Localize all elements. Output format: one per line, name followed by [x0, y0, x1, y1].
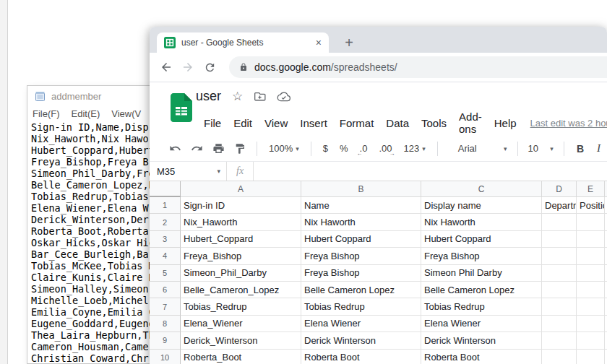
sheet-cell[interactable]: Simeon Phil Darby	[421, 265, 542, 282]
sheet-cell[interactable]	[542, 282, 577, 298]
print-button[interactable]	[212, 142, 225, 155]
tab-close-icon[interactable]: ×	[316, 38, 322, 48]
sheet-cell[interactable]: Display name	[421, 197, 542, 214]
sheet-cell[interactable]: Nix Haworth	[301, 214, 421, 230]
sheet-cell[interactable]: Roberta_Boot	[181, 350, 301, 364]
sheet-cell[interactable]: Hubert Coppard	[301, 231, 421, 248]
sheet-cell[interactable]	[577, 332, 605, 349]
star-icon[interactable]: ☆	[232, 90, 243, 103]
row-header-9[interactable]: 9	[150, 332, 181, 349]
reload-button[interactable]	[200, 58, 219, 77]
sheet-cell[interactable]: Tobias Redrup	[301, 298, 421, 315]
sheet-cell[interactable]	[542, 248, 577, 264]
cell-name-box[interactable]: M35▾	[150, 166, 226, 177]
column-header-B[interactable]: B	[301, 181, 421, 197]
zoom-select[interactable]: 100%▾	[263, 143, 305, 154]
column-header-C[interactable]: C	[421, 181, 542, 197]
row-header-3[interactable]: 3	[150, 231, 181, 248]
bold-button[interactable]: B	[570, 143, 590, 155]
sheets-menu-item-view[interactable]: View	[261, 116, 291, 131]
browser-tab[interactable]: user - Google Sheets ×	[157, 32, 329, 53]
sheets-menu-item-file[interactable]: File	[200, 116, 225, 131]
row-header-1[interactable]: 1	[150, 197, 181, 214]
sheets-menu-item-insert[interactable]: Insert	[296, 116, 331, 131]
address-bar[interactable]: docs.google.com/spreadsheets/	[229, 56, 607, 78]
sheet-cell[interactable]	[577, 298, 605, 315]
sheet-cell[interactable]: Position	[577, 197, 605, 214]
sheet-cell[interactable]: Elena Wiener	[301, 316, 421, 332]
sheets-menu-item-format[interactable]: Format	[336, 116, 378, 131]
column-header-E[interactable]: E	[577, 181, 605, 197]
sheet-cell[interactable]: Freya_Bishop	[181, 248, 301, 264]
sheet-cell[interactable]: Freya Bishop	[301, 248, 421, 264]
sheet-cell[interactable]: Department	[542, 197, 577, 214]
sheet-cell[interactable]: Roberta Boot	[301, 350, 421, 364]
sheet-cell[interactable]	[577, 231, 605, 248]
sheet-cell[interactable]: Belle_Cameron_Lopez	[181, 282, 301, 298]
sheet-cell[interactable]: Derick_Winterson	[181, 332, 301, 349]
sheet-cell[interactable]: Freya Bishop	[301, 265, 421, 282]
redo-button[interactable]	[190, 142, 203, 155]
sheet-cell[interactable]	[577, 248, 605, 264]
increase-decimal-button[interactable]: .00→	[373, 143, 397, 154]
sheet-cell[interactable]: Belle Cameron Lopez	[421, 282, 542, 298]
notepad-menu-item[interactable]: View(V	[111, 108, 141, 119]
italic-button[interactable]: I	[590, 142, 607, 155]
sheet-cell[interactable]	[542, 265, 577, 282]
sheet-cell[interactable]	[577, 316, 605, 332]
row-header-5[interactable]: 5	[150, 265, 181, 282]
sheet-cell[interactable]: Elena Wiener	[421, 316, 542, 332]
sheets-menu-item-edit[interactable]: Edit	[230, 116, 256, 131]
last-edit-link[interactable]: Last edit was 2 hou	[530, 118, 607, 129]
notepad-menu-item[interactable]: Edit(E)	[72, 108, 100, 119]
notepad-menu-item[interactable]: File(F)	[33, 108, 60, 119]
sheet-cell[interactable]: Nix_Haworth	[181, 214, 301, 230]
row-header-4[interactable]: 4	[150, 248, 181, 264]
sheet-cell[interactable]: Sign-in ID	[181, 197, 301, 214]
back-button[interactable]	[157, 58, 176, 77]
sheet-cell[interactable]: Elena_Wiener	[181, 316, 301, 332]
notepad-titlebar[interactable]: addmember	[27, 86, 155, 106]
select-all-corner[interactable]	[150, 181, 181, 197]
row-header-8[interactable]: 8	[150, 316, 181, 332]
forward-button[interactable]	[178, 58, 197, 77]
font-size-select[interactable]: 10▾	[524, 143, 558, 154]
column-header-A[interactable]: A	[181, 181, 301, 197]
percent-format-button[interactable]: %	[334, 143, 354, 154]
sheet-cell[interactable]	[542, 231, 577, 248]
sheets-menu-item-data[interactable]: Data	[382, 116, 413, 131]
sheet-cell[interactable]: Hubert_Coppard	[181, 231, 301, 248]
sheets-menu-item-tools[interactable]: Tools	[418, 116, 450, 131]
sheet-cell[interactable]	[542, 350, 577, 364]
cloud-status-icon[interactable]	[277, 91, 290, 103]
sheet-cell[interactable]: Name	[301, 197, 421, 214]
sheet-cell[interactable]: Simeon_Phil_Darby	[181, 265, 301, 282]
sheet-cell[interactable]: Nix Haworth	[421, 214, 542, 230]
sheets-menu-item-help[interactable]: Help	[491, 116, 520, 131]
document-title[interactable]: user	[196, 89, 221, 104]
sheet-cell[interactable]	[577, 282, 605, 298]
sheet-cell[interactable]	[542, 298, 577, 315]
sheet-cell[interactable]: Tobias Redrup	[421, 298, 542, 315]
move-to-folder-icon[interactable]	[254, 90, 266, 103]
sheet-cell[interactable]	[577, 214, 605, 230]
column-header-D[interactable]: D	[542, 181, 577, 197]
sheet-cell[interactable]: Roberta Boot	[421, 350, 542, 364]
sheet-cell[interactable]: Derick Winterson	[301, 332, 421, 349]
formula-input[interactable]	[254, 162, 607, 181]
sheet-cell[interactable]: Hubert Coppard	[421, 231, 542, 248]
row-header-7[interactable]: 7	[150, 298, 181, 315]
paint-format-button[interactable]	[233, 142, 246, 155]
notepad-text-area[interactable]: Sign-in ID,Name,DispNix_Haworth,Nix Hawo…	[27, 121, 155, 364]
sheet-cell[interactable]: Belle Cameron Lopez	[301, 282, 421, 298]
sheet-cell[interactable]	[577, 265, 605, 282]
sheet-cell[interactable]: Freya Bishop	[421, 248, 542, 264]
sheet-cell[interactable]	[542, 214, 577, 230]
row-header-6[interactable]: 6	[150, 282, 181, 298]
sheet-cell[interactable]: Derick Winterson	[421, 332, 542, 349]
currency-format-button[interactable]: $	[317, 143, 334, 154]
more-formats-button[interactable]: 123▾	[398, 143, 431, 154]
decrease-decimal-button[interactable]: .0←	[354, 143, 374, 154]
font-select[interactable]: Arial▾	[454, 143, 512, 154]
sheets-menu-item-add-ons[interactable]: Add-ons	[455, 109, 486, 136]
